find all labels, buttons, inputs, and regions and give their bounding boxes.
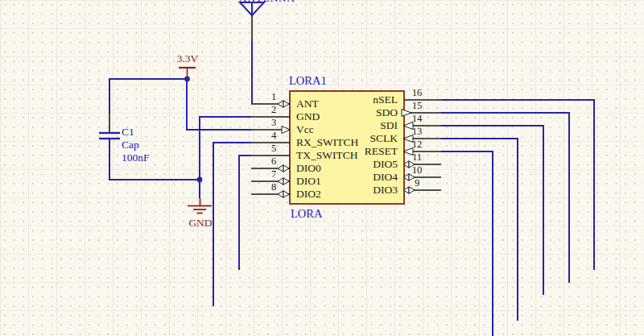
pin-number-7: 7 (265, 168, 283, 180)
junction-dot-ground[interactable] (197, 177, 203, 183)
pin-number-2: 2 (265, 104, 283, 116)
wire-rail-to-cap-top[interactable] (109, 79, 187, 114)
wire-rx-switch[interactable] (213, 143, 251, 306)
ground-symbol[interactable] (188, 198, 212, 214)
pin-name-dio3: DIO3 (317, 183, 398, 197)
pin-number-9: 9 (407, 177, 427, 189)
power-rail-symbol[interactable] (179, 68, 196, 79)
pin-number-4: 4 (265, 130, 283, 142)
pin-number-14: 14 (407, 113, 427, 125)
pin-number-13: 13 (407, 126, 427, 138)
pin-number-5: 5 (265, 143, 283, 155)
component-comment[interactable]: LORA (291, 206, 322, 221)
wire-reset[interactable] (441, 151, 493, 336)
capacitor-symbol[interactable] (99, 114, 120, 139)
pin-number-1: 1 (265, 91, 283, 103)
pin-number-6: 6 (265, 156, 283, 168)
pin-number-11: 11 (407, 151, 427, 164)
pin-number-12: 12 (407, 139, 427, 151)
pin-number-15: 15 (407, 100, 427, 112)
antenna-symbol[interactable] (240, 2, 264, 43)
ground-label[interactable]: GND (184, 216, 217, 230)
wire-vcc-pin-to-rail[interactable] (187, 79, 251, 130)
pin-number-8: 8 (265, 181, 283, 193)
component-designator[interactable]: LORA1 (289, 73, 327, 88)
pin-number-3: 3 (265, 117, 283, 129)
pin-number-16: 16 (407, 87, 427, 99)
wire-sclk[interactable] (441, 139, 518, 321)
pin-3-input-arrow-icon (282, 127, 290, 134)
capacitor-value[interactable]: 100nF (122, 151, 150, 165)
wire-tx-switch[interactable] (239, 156, 251, 270)
power-rail-label[interactable]: 3.3V (171, 52, 204, 66)
wire-gnd-pin-to-ground[interactable] (200, 117, 251, 180)
clipped-antenna-label[interactable]: ANTENNA (239, 0, 297, 3)
pin-number-10: 10 (407, 164, 427, 176)
schematic-canvas: ANTENNA LORA1 LORA C1 Cap 100nF 3.3V GND… (0, 0, 644, 336)
